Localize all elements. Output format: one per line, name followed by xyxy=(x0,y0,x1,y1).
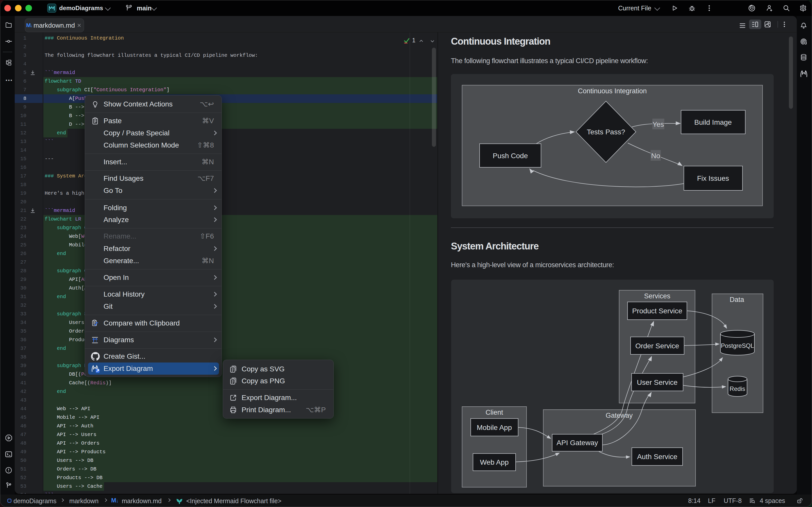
svg-text:Product Service: Product Service xyxy=(632,307,682,315)
svg-text:Fix Issues: Fix Issues xyxy=(697,174,729,182)
svg-text:Client: Client xyxy=(486,409,503,416)
svg-text:Web App: Web App xyxy=(480,458,509,466)
svg-text:Yes: Yes xyxy=(652,120,664,128)
svg-text:Services: Services xyxy=(644,292,670,300)
svg-text:Mobile App: Mobile App xyxy=(477,424,512,432)
svg-text:Order Service: Order Service xyxy=(636,342,679,350)
svg-text:API Gateway: API Gateway xyxy=(556,439,598,447)
svg-text:Data: Data xyxy=(729,296,744,303)
svg-text:No: No xyxy=(651,152,660,160)
svg-text:Push Code: Push Code xyxy=(493,152,528,160)
svg-text:User Service: User Service xyxy=(637,379,677,386)
svg-text:Build Image: Build Image xyxy=(694,118,732,126)
svg-text:Gateway: Gateway xyxy=(606,412,633,419)
svg-text:Auth Service: Auth Service xyxy=(637,453,677,461)
svg-text:Continuous Integration: Continuous Integration xyxy=(578,87,647,95)
svg-text:Redis: Redis xyxy=(729,385,745,392)
svg-text:Tests Pass?: Tests Pass? xyxy=(587,128,625,136)
svg-text:PostgreSQL: PostgreSQL xyxy=(721,342,754,349)
